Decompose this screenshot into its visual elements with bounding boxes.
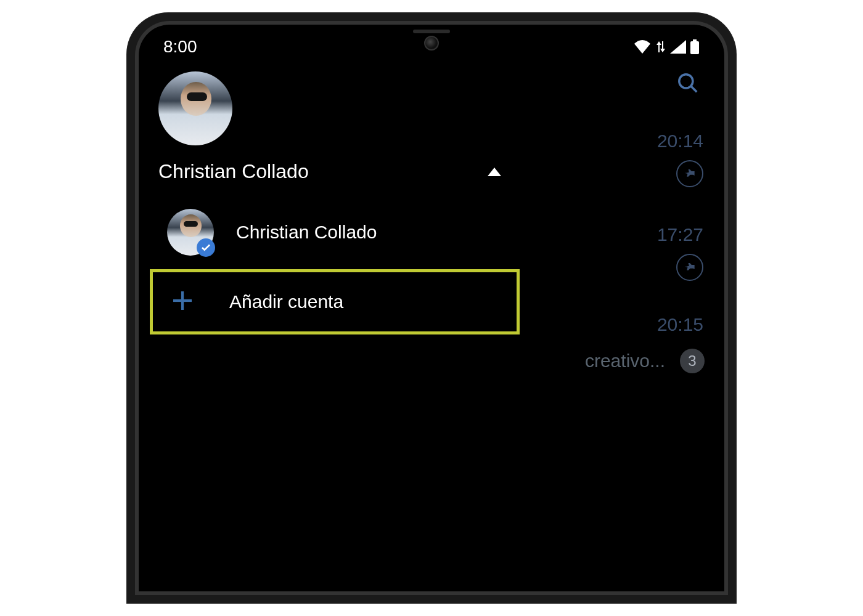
- svg-rect-1: [690, 41, 699, 54]
- notch: [364, 25, 499, 52]
- chat-item: 17:27: [657, 224, 703, 281]
- data-sync-icon: [656, 40, 665, 54]
- status-time: 8:00: [163, 37, 197, 57]
- avatar[interactable]: [158, 71, 232, 145]
- search-button[interactable]: [676, 71, 700, 97]
- unread-count-badge: 3: [680, 349, 705, 373]
- screen: 8:00: [139, 25, 724, 591]
- chat-item: 20:15: [657, 314, 703, 347]
- account-panel: Christian Collado Christian Collado: [150, 71, 520, 334]
- cellular-icon: [670, 40, 686, 54]
- svg-rect-0: [693, 39, 697, 41]
- svg-line-3: [691, 86, 697, 92]
- add-account-button[interactable]: Añadir cuenta: [150, 269, 520, 334]
- add-account-label: Añadir cuenta: [229, 291, 343, 312]
- profile-header[interactable]: Christian Collado: [150, 145, 520, 198]
- svg-point-2: [679, 75, 693, 88]
- account-name: Christian Collado: [236, 222, 377, 243]
- caret-up-icon[interactable]: [488, 168, 501, 176]
- chat-item: 20:14: [657, 131, 703, 187]
- plus-icon: [170, 288, 195, 315]
- wifi-icon: [633, 40, 652, 54]
- pin-icon: [676, 254, 703, 281]
- chat-item: creativo... 3: [585, 349, 705, 373]
- battery-icon: [690, 39, 700, 54]
- phone-frame: 8:00: [126, 12, 737, 604]
- check-icon: [197, 238, 215, 257]
- pin-icon: [676, 160, 703, 187]
- profile-name: Christian Collado: [158, 160, 309, 183]
- account-row-current[interactable]: Christian Collado: [150, 198, 520, 267]
